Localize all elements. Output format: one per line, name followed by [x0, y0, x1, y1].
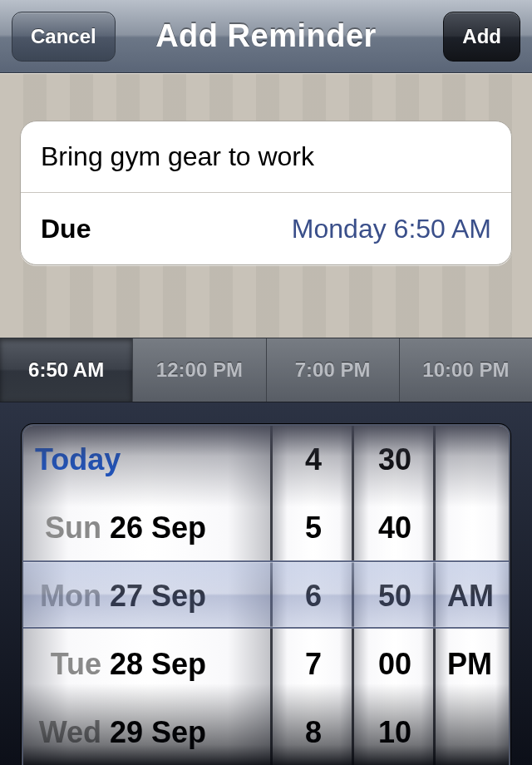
picker-item: 7: [273, 630, 354, 698]
add-button[interactable]: Add: [443, 12, 520, 62]
cancel-button-label: Cancel: [31, 25, 96, 48]
picker-area: TodaySun26 SepMon27 SepTue28 SepWed29 Se…: [0, 402, 532, 765]
preset-3[interactable]: 10:00 PM: [400, 338, 532, 402]
picker-item: 6: [273, 562, 354, 630]
preset-3-label: 10:00 PM: [422, 358, 509, 382]
picker-date-column[interactable]: TodaySun26 SepMon27 SepTue28 SepWed29 Se…: [23, 426, 273, 765]
picker-item: Mon27 Sep: [23, 562, 273, 630]
picker-dow: Mon: [35, 579, 101, 614]
picker-hour-column[interactable]: 45678: [273, 426, 354, 765]
due-label: Due: [41, 214, 91, 244]
picker-item: Today: [23, 426, 273, 494]
picker-item: Tue28 Sep: [23, 630, 273, 698]
preset-1[interactable]: 12:00 PM: [133, 338, 266, 402]
add-button-label: Add: [462, 25, 501, 48]
preset-0[interactable]: 6:50 AM: [0, 338, 133, 402]
picker-item: 40: [354, 494, 436, 562]
due-value: Monday 6:50 AM: [292, 214, 491, 244]
cancel-button[interactable]: Cancel: [12, 12, 116, 62]
picker-date-label: 28 Sep: [110, 647, 206, 682]
reminder-title-row[interactable]: [21, 121, 511, 193]
page-title: Add Reminder: [155, 18, 377, 54]
picker-dow: Sun: [35, 511, 101, 545]
navbar: Cancel Add Reminder Add: [0, 0, 532, 73]
picker-item: PM: [436, 630, 509, 698]
preset-0-label: 6:50 AM: [28, 358, 104, 382]
picker-item: 8: [273, 698, 354, 765]
picker-item: Sun26 Sep: [23, 494, 273, 562]
picker-date-label: 26 Sep: [110, 511, 206, 545]
picker-item: 30: [354, 426, 436, 494]
picker-dow: Tue: [35, 647, 101, 682]
picker-item: 5: [273, 494, 354, 562]
reminder-card: Due Monday 6:50 AM: [20, 121, 512, 265]
picker-item: 00: [354, 630, 436, 698]
picker-minute-column[interactable]: 3040500010: [354, 426, 436, 765]
picker-item: AM: [436, 562, 509, 630]
picker-item: 10: [354, 698, 436, 765]
picker-ampm-column[interactable]: AMPM: [436, 426, 509, 765]
datetime-picker: TodaySun26 SepMon27 SepTue28 SepWed29 Se…: [22, 424, 510, 765]
reminder-title-input[interactable]: [41, 141, 491, 172]
picker-date-label: 27 Sep: [110, 579, 206, 614]
picker-dow: Wed: [35, 715, 101, 750]
picker-item: Wed29 Sep: [23, 698, 273, 765]
due-row[interactable]: Due Monday 6:50 AM: [21, 193, 511, 264]
time-presets: 6:50 AM 12:00 PM 7:00 PM 10:00 PM: [0, 338, 532, 402]
preset-1-label: 12:00 PM: [156, 358, 243, 382]
picker-date-label: 29 Sep: [110, 715, 206, 750]
picker-item: 4: [273, 426, 354, 494]
preset-2-label: 7:00 PM: [295, 358, 371, 382]
preset-2[interactable]: 7:00 PM: [267, 338, 400, 402]
picker-item: 50: [354, 562, 436, 630]
content-area: Due Monday 6:50 AM: [0, 73, 532, 338]
